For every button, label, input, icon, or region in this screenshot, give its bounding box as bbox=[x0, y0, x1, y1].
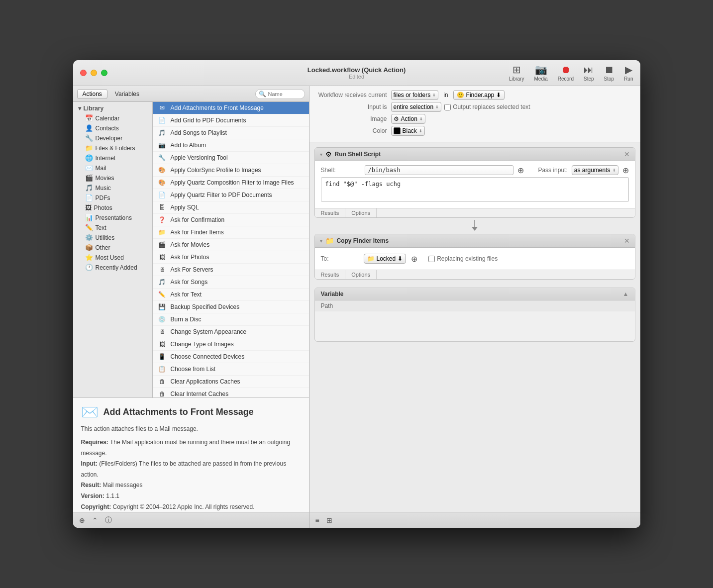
sidebar-item-presentations[interactable]: 📊Presentations bbox=[75, 213, 150, 222]
run-label: Run bbox=[624, 76, 633, 82]
action-item[interactable]: 💾Backup Specified Devices bbox=[153, 301, 309, 313]
action-label-5: Apply ColorSync Profile to Images bbox=[171, 167, 261, 174]
replacing-checkbox[interactable] bbox=[428, 256, 435, 262]
record-button[interactable]: ⏺ Record bbox=[558, 65, 574, 82]
info-button[interactable]: ⓘ bbox=[103, 515, 114, 526]
action-item[interactable]: ❓Ask for Confirmation bbox=[153, 214, 309, 226]
sidebar-item-calendar[interactable]: 📅Calendar bbox=[75, 113, 150, 123]
copy-results-tab[interactable]: Results bbox=[315, 270, 346, 279]
run-shell-card: ▾ ⚙ Run Shell Script ✕ Shell: /bin/bash bbox=[314, 147, 635, 218]
sidebar-item-most-used[interactable]: ⭐Most Used bbox=[75, 253, 150, 262]
search-box[interactable]: 🔍 bbox=[255, 89, 305, 99]
variable-title: Variable bbox=[321, 291, 344, 297]
action-label-22: Clear Applications Caches bbox=[171, 378, 240, 385]
media-button[interactable]: 📷 Media bbox=[534, 65, 547, 82]
description-meta: Requires: The Mail application must be r… bbox=[81, 437, 301, 512]
minimize-button[interactable] bbox=[91, 70, 97, 76]
action-item[interactable]: 🗑Clear Internet Caches bbox=[153, 388, 309, 397]
action-item[interactable]: 📄Apply Quartz Filter to PDF Documents bbox=[153, 189, 309, 201]
sidebar-item-files[interactable]: 📁Files & Folders bbox=[75, 143, 150, 153]
sidebar-item-developer[interactable]: 🔧Developer bbox=[75, 133, 150, 143]
action-item[interactable]: 🗄Apply SQL bbox=[153, 201, 309, 214]
copy-to-row: To: 📁 Locked ⬇ ⊕ Replacing existing file… bbox=[321, 254, 629, 264]
action-item[interactable]: 📷Add to Album bbox=[153, 139, 309, 152]
action-item[interactable]: 📄Add Grid to PDF Documents bbox=[153, 114, 309, 127]
shell-input[interactable]: /bin/bash bbox=[365, 165, 513, 175]
output-replaces-checkbox[interactable] bbox=[444, 104, 451, 110]
close-button[interactable] bbox=[80, 70, 87, 76]
action-item[interactable]: 🎵Add Songs to Playlist bbox=[153, 127, 309, 139]
sidebar-item-utilities[interactable]: ⚙️Utilities bbox=[75, 233, 150, 242]
sidebar-item-mail[interactable]: ✉️Mail bbox=[75, 163, 150, 173]
sidebar-item-other[interactable]: 📦Other bbox=[75, 243, 150, 252]
actions-canvas: ▾ ⚙ Run Shell Script ✕ Shell: /bin/bash bbox=[309, 142, 640, 512]
sidebar-item-movies[interactable]: 🎬Movies bbox=[75, 173, 150, 183]
action-item[interactable]: 📱Choose Connected Devices bbox=[153, 351, 309, 363]
sidebar-item-internet[interactable]: 🌐Internet bbox=[75, 153, 150, 163]
chevron-btn[interactable]: ⌃ bbox=[90, 515, 100, 525]
pass-input-plus[interactable]: ⊕ bbox=[622, 166, 629, 175]
maximize-button[interactable] bbox=[101, 70, 107, 76]
stop-button[interactable]: ⏹ Stop bbox=[604, 65, 614, 82]
action-item[interactable]: 🎵Ask for Songs bbox=[153, 276, 309, 289]
sidebar-item-text[interactable]: ✏️Text bbox=[75, 223, 150, 232]
sidebar-item-recently-added[interactable]: 🕐Recently Added bbox=[75, 263, 150, 272]
action-icon-2: 🎵 bbox=[158, 128, 167, 137]
action-item[interactable]: 🖥Change System Appearance bbox=[153, 326, 309, 338]
shell-plus-icon[interactable]: ⊕ bbox=[517, 166, 524, 175]
action-item[interactable]: 🔧Apple Versioning Tool bbox=[153, 152, 309, 164]
action-item[interactable]: 🗑Clear Applications Caches bbox=[153, 376, 309, 388]
action-item[interactable]: 🎨Apply Quartz Composition Filter to Imag… bbox=[153, 177, 309, 189]
shell-close-button[interactable]: ✕ bbox=[624, 150, 630, 158]
action-item[interactable]: ✉Add Attachments to Front Message bbox=[153, 102, 309, 114]
action-item[interactable]: 💿Burn a Disc bbox=[153, 313, 309, 326]
action-item[interactable]: 🖥Ask For Servers bbox=[153, 264, 309, 276]
action-icon-13: 🖥 bbox=[158, 265, 167, 274]
pass-input-label: Pass input: bbox=[528, 167, 568, 174]
receives-arrow: ⬇ bbox=[432, 93, 436, 98]
image-select[interactable]: ⚙ Action ⬇ bbox=[391, 114, 425, 124]
result-label: Result: bbox=[81, 482, 102, 489]
requires-label: Requires: bbox=[81, 439, 108, 446]
list-view-button[interactable]: ≡ bbox=[313, 515, 321, 525]
shell-collapse-icon[interactable]: ▾ bbox=[320, 152, 322, 157]
tab-actions[interactable]: Actions bbox=[77, 89, 107, 99]
sidebar-item-music[interactable]: 🎵Music bbox=[75, 183, 150, 193]
add-button[interactable]: ⊕ bbox=[77, 515, 87, 525]
step-button[interactable]: ⏭ Step bbox=[584, 65, 594, 82]
sidebar-item-photos[interactable]: 🖼Photos bbox=[75, 203, 150, 212]
sidebar-item-contacts[interactable]: 👤Contacts bbox=[75, 123, 150, 133]
action-item[interactable]: 🖼Change Type of Images bbox=[153, 338, 309, 351]
input-select[interactable]: entire selection ⬇ bbox=[391, 102, 442, 112]
action-icon-8: 🗄 bbox=[158, 203, 167, 212]
action-item[interactable]: 📋Choose from List bbox=[153, 363, 309, 376]
copy-collapse-icon[interactable]: ▾ bbox=[320, 238, 322, 244]
grid-view-button[interactable]: ⊞ bbox=[324, 515, 334, 525]
finder-badge[interactable]: 🙂 Finder.app ⬇ bbox=[453, 90, 505, 100]
action-item[interactable]: 🎨Apply ColorSync Profile to Images bbox=[153, 164, 309, 177]
pass-input-select[interactable]: as arguments ⬇ bbox=[572, 165, 618, 175]
action-item[interactable]: ✏️Ask for Text bbox=[153, 289, 309, 301]
color-select[interactable]: Black ⬇ bbox=[391, 126, 425, 136]
action-icon-3: 📷 bbox=[158, 141, 167, 150]
copy-close-button[interactable]: ✕ bbox=[624, 237, 630, 245]
shell-results-tab[interactable]: Results bbox=[315, 208, 346, 217]
run-button[interactable]: ▶ Run bbox=[624, 65, 633, 82]
window-controls bbox=[80, 70, 107, 76]
action-item[interactable]: 🎬Ask for Movies bbox=[153, 239, 309, 251]
sidebar-item-pdfs[interactable]: 📄PDFs bbox=[75, 193, 150, 202]
locked-plus[interactable]: ⊕ bbox=[411, 254, 417, 264]
tab-variables[interactable]: Variables bbox=[109, 89, 145, 99]
receives-select[interactable]: files or folders ⬇ bbox=[391, 90, 439, 100]
search-input[interactable] bbox=[268, 91, 303, 97]
library-button[interactable]: ⊞ Library bbox=[509, 65, 524, 82]
action-item[interactable]: 📁Ask for Finder Items bbox=[153, 226, 309, 239]
variable-collapse-icon[interactable]: ▲ bbox=[623, 291, 629, 297]
shell-code-area[interactable]: find "$@" -flags uchg bbox=[321, 177, 629, 202]
action-item[interactable]: 🖼Ask for Photos bbox=[153, 251, 309, 264]
action-icon-19: 🖼 bbox=[158, 340, 167, 349]
shell-options-tab[interactable]: Options bbox=[345, 208, 377, 217]
locked-folder-badge[interactable]: 📁 Locked ⬇ bbox=[364, 254, 407, 264]
in-label: in bbox=[443, 92, 448, 98]
copy-options-tab[interactable]: Options bbox=[345, 270, 377, 279]
